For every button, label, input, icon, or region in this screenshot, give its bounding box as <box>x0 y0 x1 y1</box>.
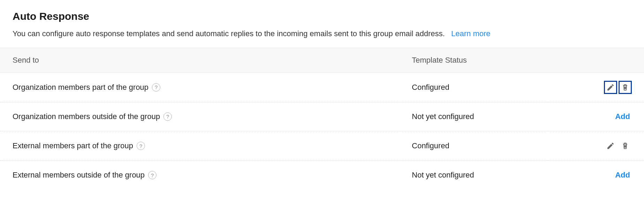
actions-cell: Add <box>547 102 644 131</box>
status-cell: Not yet configured <box>399 102 547 131</box>
subtitle-text: You can configure auto response template… <box>13 29 445 38</box>
send-to-label: External members part of the group <box>13 141 133 150</box>
table-row: External members outside of the group?No… <box>0 161 644 190</box>
auto-response-panel: Auto Response You can configure auto res… <box>0 0 644 189</box>
edit-icon[interactable] <box>606 82 615 92</box>
auto-response-table: Send to Template Status Organization mem… <box>0 48 644 189</box>
add-button[interactable]: Add <box>615 171 630 179</box>
table-row: External members part of the group?Confi… <box>0 131 644 160</box>
status-cell: Configured <box>399 72 547 102</box>
help-icon[interactable]: ? <box>163 112 172 121</box>
table-row: Organization members outside of the grou… <box>0 102 644 131</box>
delete-icon[interactable] <box>620 82 630 92</box>
help-icon[interactable]: ? <box>152 83 160 92</box>
send-to-cell: Organization members outside of the grou… <box>0 102 399 131</box>
header-area: Auto Response You can configure auto res… <box>0 0 644 48</box>
send-to-cell: Organization members part of the group? <box>0 72 399 102</box>
send-to-label: Organization members part of the group <box>13 83 148 92</box>
actions-cell <box>547 131 644 160</box>
col-header-actions <box>547 48 644 72</box>
page-subtitle: You can configure auto response template… <box>13 29 631 39</box>
help-icon[interactable]: ? <box>148 171 156 179</box>
help-icon[interactable]: ? <box>137 142 145 150</box>
edit-icon[interactable] <box>606 141 615 151</box>
col-header-send-to: Send to <box>0 48 399 72</box>
col-header-template-status: Template Status <box>399 48 547 72</box>
send-to-label: Organization members outside of the grou… <box>13 112 160 121</box>
table-row: Organization members part of the group?C… <box>0 72 644 102</box>
learn-more-link[interactable]: Learn more <box>451 29 491 38</box>
send-to-label: External members outside of the group <box>13 171 145 180</box>
page-title: Auto Response <box>13 10 631 22</box>
send-to-cell: External members outside of the group? <box>0 161 399 190</box>
add-button[interactable]: Add <box>615 112 630 121</box>
status-cell: Configured <box>399 131 547 160</box>
table-header-row: Send to Template Status <box>0 48 644 72</box>
delete-icon[interactable] <box>620 141 630 151</box>
actions-cell: Add <box>547 161 644 190</box>
status-cell: Not yet configured <box>399 161 547 190</box>
send-to-cell: External members part of the group? <box>0 131 399 160</box>
actions-cell <box>547 72 644 102</box>
